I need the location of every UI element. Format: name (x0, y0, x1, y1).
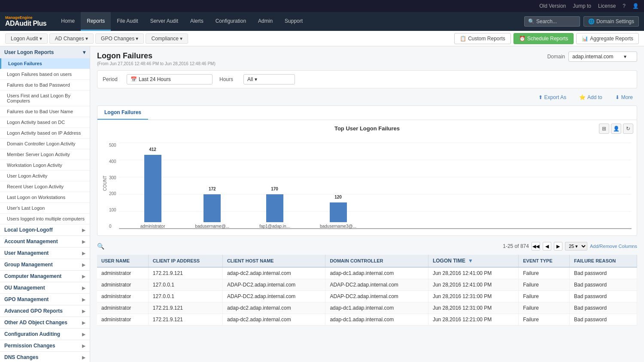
bar-fap1-adap-in---[interactable]: 170 (266, 194, 283, 222)
domain-value: adap.internal.com (572, 54, 613, 60)
sidebar-item-domain-controller-logon-activity[interactable]: Domain Controller Logon Activity (0, 139, 90, 149)
table-cell-0-row-0: administrator (97, 267, 148, 279)
bar-administrator[interactable]: 412 (144, 155, 161, 222)
sidebar-group-computer-management[interactable]: Computer Management▶ (0, 271, 90, 282)
nav-item-alerts[interactable]: Alerts (184, 12, 210, 31)
domain-dropdown[interactable]: adap.internal.com ▾ (568, 51, 637, 62)
bar-badusername----[interactable]: 172 (204, 194, 221, 222)
nav-item-admin[interactable]: Admin (252, 12, 279, 31)
table-cell-4-row-2: Jun 28,2016 12:31:00 PM (428, 291, 518, 302)
sidebar-item-logon-activity-based-on-dc[interactable]: Logon Activity based on DC (0, 117, 90, 128)
table-cell-0-row-2: administrator (97, 291, 148, 302)
nav-item-support[interactable]: Support (279, 12, 309, 31)
main-nav: HomeReportsFile AuditServer AuditAlertsC… (55, 12, 524, 31)
sidebar-item-user-logon-activity[interactable]: User Logon Activity (0, 171, 90, 181)
chart-title: Top User Logon Failures (103, 125, 632, 132)
aggregate-reports-label: Aggregate Reports (590, 36, 633, 42)
hours-selector[interactable]: All ▾ (243, 74, 295, 84)
global-search[interactable]: 🔍 Search... (524, 16, 580, 27)
chart-refresh-button[interactable]: ↻ (623, 124, 633, 134)
sidebar-group-account-management[interactable]: Account Management▶ (0, 236, 90, 247)
report-header: Logon Failures (From Jun 27,2016 12:48:4… (97, 51, 637, 66)
sidebar-item-failures-due-to-bad-password[interactable]: Failures due to Bad Password (0, 80, 90, 90)
sidebar-item-user-s-last-logon[interactable]: User's Last Logon (0, 203, 90, 214)
sub-nav-item-ad-changes--[interactable]: AD Changes ▾ (49, 33, 94, 44)
col-client-ip: CLIENT IP ADDRESS (148, 255, 222, 267)
table-cell-3-row-4: adap-dc1.adap.internal.com (325, 314, 428, 326)
sidebar-group-other-ad-object-changes[interactable]: Other AD Object Changes▶ (0, 317, 90, 329)
nav-item-home[interactable]: Home (55, 12, 81, 31)
sidebar-group-advanced-gpo-reports[interactable]: Advanced GPO Reports▶ (0, 305, 90, 317)
sidebar-item-last-logon-on-workstations[interactable]: Last Logon on Workstations (0, 192, 90, 203)
aggregate-reports-button[interactable]: 📊 Aggregate Reports (576, 33, 639, 44)
domain-selector: Domain adap.internal.com ▾ (547, 51, 637, 62)
nav-item-file-audit[interactable]: File Audit (111, 12, 144, 31)
add-to-button[interactable]: ⭐ Add to (575, 93, 607, 102)
sidebar-group-gpo-management[interactable]: GPO Management▶ (0, 294, 90, 305)
license-link[interactable]: License (598, 3, 616, 9)
chart-tab-logon-failures[interactable]: Logon Failures (97, 106, 148, 120)
export-as-button[interactable]: ⬆ Export As (534, 93, 571, 102)
y-val-300: 300 (109, 175, 116, 180)
schedule-reports-button[interactable]: ⏰ Schedule Reports (513, 33, 574, 44)
sidebar-group-dns-changes[interactable]: DNS Changes▶ (0, 352, 90, 362)
table-row[interactable]: administrator127.0.0.1ADAP-DC2.adap.inte… (97, 291, 637, 302)
sidebar-item-recent-user-logon-activity[interactable]: Recent User Logon Activity (0, 181, 90, 192)
bar-group-badusername3----: 120badusername3@... (320, 202, 356, 229)
table-row[interactable]: administrator172.21.9.121adap-dc2.adap.i… (97, 267, 637, 279)
sidebar-group-ou-management[interactable]: OU Management▶ (0, 282, 90, 294)
sidebar-group-configuration-auditing[interactable]: Configuration Auditing▶ (0, 329, 90, 340)
bar-label-badusername3----: badusername3@... (320, 224, 356, 229)
sort-arrow-icon: ▼ (468, 258, 473, 264)
period-selector[interactable]: 📅 Last 24 Hours (127, 74, 213, 84)
sidebar-item-users-logged-into-multiple-computers[interactable]: Users logged into multiple computers (0, 214, 90, 224)
sidebar-group-local-logon-logoff[interactable]: Local Logon-Logoff▶ (0, 224, 90, 236)
prev-page-button[interactable]: ◀ (543, 242, 551, 250)
filter-row: Period 📅 Last 24 Hours Hours All ▾ (97, 70, 637, 88)
more-label: More (621, 94, 633, 100)
sidebar-group-group-management[interactable]: Group Management▶ (0, 259, 90, 271)
col-logon-time[interactable]: LOGON TIME ▼ (428, 255, 518, 267)
add-remove-columns-link[interactable]: Add/Remove Columns (590, 244, 637, 249)
sub-nav-item-compliance--[interactable]: Compliance ▾ (146, 33, 188, 44)
nav-item-configuration[interactable]: Configuration (210, 12, 252, 31)
nav-item-server-audit[interactable]: Server Audit (144, 12, 184, 31)
add-to-label: Add to (587, 94, 602, 100)
sidebar-group-user-management[interactable]: User Management▶ (0, 247, 90, 259)
table-row[interactable]: administrator127.0.0.1ADAP-DC2.adap.inte… (97, 279, 637, 291)
bar-badusername3----[interactable]: 120 (330, 202, 347, 222)
prev-prev-page-button[interactable]: ◀◀ (532, 242, 540, 250)
old-version-link[interactable]: Old Version (539, 3, 566, 9)
table-row[interactable]: administrator172.21.9.121adap-dc2.adap.i… (97, 302, 637, 314)
table-row[interactable]: administrator172.21.9.121adap-dc2.adap.i… (97, 314, 637, 326)
main-content: Logon Failures (From Jun 27,2016 12:48:4… (90, 46, 644, 362)
help-link[interactable]: ? (623, 3, 626, 9)
chart-person-view-button[interactable]: 👤 (611, 124, 621, 134)
user-icon[interactable]: 👤 (632, 3, 639, 9)
table-search-button[interactable]: 🔍 (97, 243, 104, 250)
sidebar-item-member-server-logon-activity[interactable]: Member Server Logon Activity (0, 149, 90, 160)
per-page-selector[interactable]: 25 ▾ 50 100 (565, 242, 587, 250)
sidebar-section-header[interactable]: User Logon Reports ▾ (0, 46, 90, 58)
chart-table-view-button[interactable]: ⊞ (599, 124, 609, 134)
sub-nav-item-logon-audit--[interactable]: Logon Audit ▾ (5, 33, 48, 44)
table-cell-5-row-2: Failure (519, 291, 570, 302)
sidebar-item-users-first-and-last-logon-by-computers[interactable]: Users First and Last Logon By Computers (0, 90, 90, 106)
bar-value-badusername----: 172 (209, 187, 216, 191)
more-button[interactable]: ⬇ More (611, 93, 637, 102)
hours-dropdown-arrow: ▾ (255, 76, 257, 82)
sidebar-item-failures-due-to-bad-user-name[interactable]: Failures due to Bad User Name (0, 106, 90, 117)
sidebar-item-logon-activity-based-on-ip-address[interactable]: Logon Activity based on IP Address (0, 128, 90, 139)
next-page-button[interactable]: ▶ (554, 242, 562, 250)
custom-reports-button[interactable]: 📋 Custom Reports (454, 33, 511, 44)
nav-item-reports[interactable]: Reports (81, 12, 111, 31)
custom-reports-label: Custom Reports (468, 36, 505, 42)
sub-nav-item-gpo-changes--[interactable]: GPO Changes ▾ (95, 33, 144, 44)
jump-to-link[interactable]: Jump to (573, 3, 591, 9)
sidebar-item-logon-failures-based-on-users[interactable]: Logon Failures based on users (0, 69, 90, 80)
table-cell-3-row-1: ADAP-DC2.adap.internal.com (325, 279, 428, 291)
domain-settings-button[interactable]: 🌐 Domain Settings (583, 16, 639, 27)
sidebar-item-workstation-logon-activity[interactable]: Workstation Logon Activity (0, 160, 90, 171)
sidebar-group-permission-changes[interactable]: Permission Changes▶ (0, 340, 90, 352)
sidebar-item-logon-failures[interactable]: Logon Failures (0, 58, 90, 69)
